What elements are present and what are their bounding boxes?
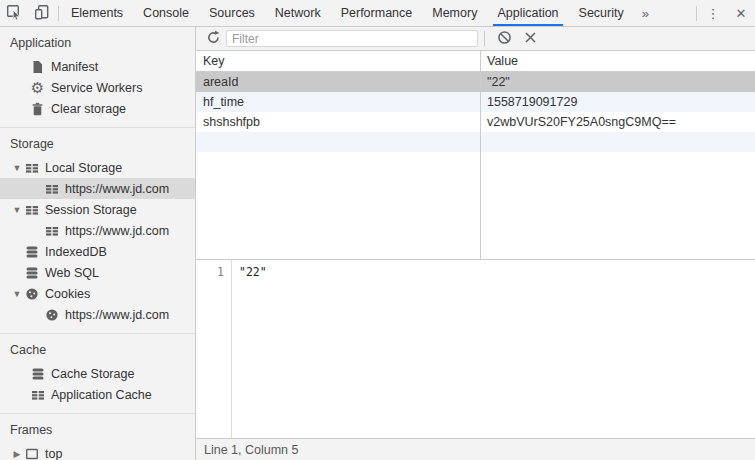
datagrid-icon [30,387,45,402]
sidebar-item-session-storage-jd[interactable]: https://www.jd.com [0,220,195,241]
tab-memory[interactable]: Memory [422,0,487,26]
database-icon [24,244,39,259]
sidebar-item-label: https://www.jd.com [65,182,169,196]
inspect-element-button[interactable] [0,0,28,26]
toolbar-separator [484,31,485,46]
close-devtools-button[interactable]: ✕ [727,0,755,26]
refresh-button[interactable] [200,27,226,51]
table-row[interactable]: areaId "22" [196,72,755,92]
datagrid-icon [44,181,59,196]
sidebar-item-label: Clear storage [51,102,126,116]
ban-icon [497,30,512,48]
trash-icon [30,101,45,116]
tab-sources[interactable]: Sources [199,0,265,26]
sidebar-item-local-storage-jd[interactable]: https://www.jd.com [0,178,195,199]
sidebar-item-indexeddb[interactable]: IndexedDB [0,241,195,262]
sidebar-item-service-workers[interactable]: ⚙ Service Workers [0,77,195,98]
datagrid-icon [24,160,39,175]
datagrid-icon [44,223,59,238]
sidebar-section-frames: Frames ▶ top [0,414,195,460]
frame-icon [24,446,39,460]
sidebar-item-application-cache[interactable]: Application Cache [0,384,195,405]
storage-value: 1558719091729 [480,95,755,109]
device-toolbar-icon [34,4,50,23]
devtools-window: Elements Console Sources Network Perform… [0,0,755,460]
sidebar-item-cookies[interactable]: ▼ Cookies [0,283,195,304]
column-header-value: Value [480,54,755,68]
preview-code-area[interactable]: "22" [232,260,755,438]
section-title: Application [0,34,195,56]
preview-value-text: "22" [239,265,267,279]
expand-arrow-icon[interactable]: ▼ [10,205,24,215]
sidebar-item-cache-storage[interactable]: Cache Storage [0,363,195,384]
expand-arrow-icon[interactable]: ▼ [10,289,24,299]
sidebar-item-web-sql[interactable]: Web SQL [0,262,195,283]
table-header-row: Key Value [196,51,755,72]
section-title: Cache [0,341,195,363]
storage-key: shshshfpb [196,115,480,129]
sidebar-item-manifest[interactable]: Manifest [0,56,195,77]
tab-performance[interactable]: Performance [331,0,423,26]
table-filler-row [196,132,755,152]
sidebar-item-label: Cookies [45,287,90,301]
gear-icon: ⚙ [30,80,45,95]
devtools-menu-button[interactable]: ⋮ [699,0,727,26]
column-header-key: Key [196,54,480,68]
database-icon [24,265,39,280]
inspect-cursor-icon [6,4,22,23]
sidebar-item-local-storage[interactable]: ▼ Local Storage [0,157,195,178]
storage-value: "22" [480,75,755,89]
table-row[interactable]: hf_time 1558719091729 [196,92,755,112]
table-row[interactable]: shshshfpb v2wbVUrS20FY25A0sngC9MQ== [196,112,755,132]
sidebar-item-clear-storage[interactable]: Clear storage [0,98,195,119]
tab-elements[interactable]: Elements [61,0,133,26]
manifest-file-icon [30,59,45,74]
database-icon [30,366,45,381]
filter-input[interactable] [226,30,478,47]
sidebar-item-session-storage[interactable]: ▼ Session Storage [0,199,195,220]
cursor-position-text: Line 1, Column 5 [204,443,299,457]
sidebar-item-label: top [45,447,62,460]
clear-all-button[interactable] [491,27,517,51]
more-tabs-button[interactable]: » [634,0,657,26]
storage-toolbar [196,27,755,51]
sidebar-item-label: Manifest [51,60,98,74]
device-toolbar-button[interactable] [28,0,56,26]
line-number-gutter: 1 [196,260,232,438]
sidebar-item-label: Session Storage [45,203,137,217]
sidebar-section-cache: Cache Cache Storage [0,334,195,414]
line-number: 1 [217,265,224,279]
tab-console[interactable]: Console [133,0,199,26]
sidebar-item-label: Service Workers [51,81,142,95]
tab-network[interactable]: Network [265,0,331,26]
sidebar-item-label: Web SQL [45,266,99,280]
sidebar-item-cookies-jd[interactable]: https://www.jd.com [0,304,195,325]
delete-selected-button[interactable] [517,27,543,51]
tabbar-right-controls: ⋮ ✕ [694,0,755,26]
sidebar-item-label: IndexedDB [45,245,107,259]
close-icon [524,31,537,47]
sidebar-item-label: https://www.jd.com [65,308,169,322]
expand-arrow-icon[interactable]: ▼ [10,163,24,173]
section-title: Frames [0,421,195,443]
column-resize-divider[interactable] [480,51,481,259]
sidebar-item-label: https://www.jd.com [65,224,169,238]
storage-value: v2wbVUrS20FY25A0sngC9MQ== [480,115,755,129]
tab-application[interactable]: Application [487,0,568,26]
cookie-icon [24,286,39,301]
local-storage-view: Key Value areaId "22" hf_time 1558719091… [196,27,755,460]
sidebar-item-label: Local Storage [45,161,122,175]
refresh-icon [206,30,221,48]
datagrid-icon [24,202,39,217]
collapse-arrow-icon[interactable]: ▶ [10,449,24,459]
sidebar-section-storage: Storage ▼ Local Storage [0,128,195,334]
value-preview-pane: 1 "22" [196,260,755,438]
tabbar-separator [58,6,59,21]
devtools-tabbar: Elements Console Sources Network Perform… [0,0,755,27]
application-panel-sidebar: Application Manifest ⚙ Service Workers [0,27,196,460]
sidebar-item-frame-top[interactable]: ▶ top [0,443,195,460]
tab-security[interactable]: Security [569,0,634,26]
section-title: Storage [0,135,195,157]
cookie-icon [44,307,59,322]
storage-items-table: Key Value areaId "22" hf_time 1558719091… [196,51,755,260]
